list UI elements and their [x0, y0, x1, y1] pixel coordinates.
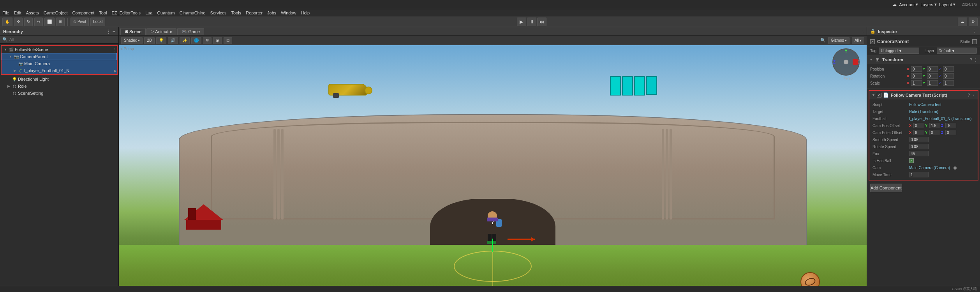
play-button[interactable]: ▶ [517, 18, 526, 26]
all-button[interactable]: All ▾ [852, 37, 864, 44]
cloud-button[interactable]: ☁ [958, 18, 967, 26]
inspector-options[interactable]: ⋮ [973, 29, 977, 34]
scene-options-icon[interactable]: ⋮ [861, 29, 865, 34]
tab-scene[interactable]: ⊞ Scene [120, 28, 146, 35]
menu-services[interactable]: Services [210, 11, 226, 15]
menu-cinamachine[interactable]: CinamaChine [180, 11, 206, 15]
rot-y-value[interactable]: 0 [927, 73, 938, 79]
scene-fx-btn[interactable]: ✨ [180, 37, 190, 44]
scene-light-btn[interactable]: 💡 [156, 37, 166, 44]
cam-eul-x-value[interactable]: 6 [913, 130, 924, 135]
step-button[interactable]: ⏭ [537, 18, 546, 26]
cam-target-icon[interactable]: ◉ [953, 165, 957, 170]
scene-view[interactable]: 7 [119, 45, 867, 292]
menu-edit[interactable]: Edit [14, 11, 21, 15]
transform-info-btn[interactable]: ? [970, 58, 972, 62]
transform-tool[interactable]: ⊞ [56, 18, 65, 26]
menu-lua[interactable]: Lua [145, 11, 152, 15]
target-value[interactable]: Role (Transform) [909, 110, 938, 114]
inspector-lock-icon[interactable]: 🔒 [870, 29, 876, 34]
rotate-tool[interactable]: ↻ [24, 18, 33, 26]
movetime-value[interactable]: 1 [909, 172, 929, 177]
followrolescene-options[interactable]: ⋮ [113, 48, 117, 52]
menu-jobs[interactable]: Jobs [267, 11, 276, 15]
move-tool[interactable]: ✛ [14, 18, 23, 26]
pivot-button[interactable]: ⊙ Pivot [71, 18, 89, 26]
settings-button[interactable]: ⚙ [969, 18, 978, 26]
cam-value[interactable]: Main Camera (Camera) [909, 166, 950, 170]
tab-game[interactable]: 🎮 Game [177, 28, 204, 35]
script-enabled-checkbox[interactable]: ✓ [877, 93, 881, 97]
script-prop-value[interactable]: FollowCameraTest [909, 103, 941, 107]
scene-skybox-btn[interactable]: 🌐 [191, 37, 201, 44]
scale-x-value[interactable]: 1 [911, 80, 922, 86]
menu-help[interactable]: Help [301, 11, 310, 15]
scale-tool[interactable]: ⇔ [34, 18, 43, 26]
football-expand[interactable]: ▶ [114, 69, 117, 73]
local-button[interactable]: Local [90, 18, 105, 26]
layers-button[interactable]: Layers ▾ [920, 2, 937, 7]
pos-z-value[interactable]: 0 [943, 66, 954, 72]
tree-item-maincamera[interactable]: 📷 Main Camera [2, 60, 117, 67]
menu-component[interactable]: Component [72, 11, 94, 15]
hierarchy-search-input[interactable] [9, 37, 116, 42]
tab-animator[interactable]: ▷ Animator [146, 28, 176, 35]
tag-dropdown[interactable]: Untagged ▾ [879, 48, 919, 54]
script-menu-btn[interactable]: ⋮ [971, 93, 975, 97]
gizmos-button[interactable]: Gizmos ▾ [828, 37, 850, 44]
rotate-speed-value[interactable]: 0.08 [909, 144, 929, 149]
scale-y-value[interactable]: 1 [927, 80, 938, 86]
scale-z-value[interactable]: 1 [943, 80, 954, 86]
scene-fog-btn[interactable]: ≋ [203, 37, 212, 44]
script-info-btn[interactable]: ? [968, 93, 970, 97]
cam-eul-y-value[interactable]: 0 [929, 130, 940, 135]
scene-anim-btn[interactable]: ⊡ [224, 37, 232, 44]
menu-reporter[interactable]: Reporter [246, 11, 263, 15]
hierarchy-options[interactable]: ⋮ [106, 29, 111, 34]
menu-assets[interactable]: Assets [26, 11, 39, 15]
football-prop-value[interactable]: l_player_Football_01_N (Transform) [909, 117, 971, 121]
tree-item-football[interactable]: ▶ ⬡ l_player_Football_01_N ▶ [2, 67, 117, 74]
ishasball-checkbox[interactable]: ✓ [909, 158, 914, 163]
menu-gameobject[interactable]: GameObject [44, 11, 68, 15]
cloud-icon[interactable]: ☁ [892, 2, 897, 7]
rot-z-value[interactable]: 0 [943, 73, 954, 79]
menu-window[interactable]: Window [281, 11, 296, 15]
fox-value[interactable]: 45 [909, 151, 929, 156]
2d-button[interactable]: 2D [144, 37, 155, 44]
hierarchy-add[interactable]: + [113, 29, 115, 34]
transform-menu-btn[interactable]: ⋮ [974, 58, 978, 62]
account-button[interactable]: Account ▾ [899, 2, 918, 7]
pos-y-value[interactable]: 0 [927, 66, 938, 72]
menu-quantum[interactable]: Quantum [157, 11, 174, 15]
tree-item-followrolescene[interactable]: ▼ 🎬 FollowRoleScene ⋮ [2, 46, 117, 53]
menu-file[interactable]: File [2, 11, 9, 15]
script-header[interactable]: ▼ ✓ 📄 Follow Camera Test (Script) ? ⋮ [869, 91, 978, 99]
cam-pos-x-value[interactable]: 0 [913, 123, 924, 128]
layout-button[interactable]: Layout ▾ [939, 2, 955, 7]
tree-item-scenesetting[interactable]: ⬡ SceneSetting [0, 90, 118, 97]
menu-tools[interactable]: Tools [231, 11, 241, 15]
cam-pos-z-value[interactable]: -5 [945, 123, 956, 128]
rect-tool[interactable]: ⬜ [44, 18, 55, 26]
add-component-button[interactable]: Add Component [870, 184, 902, 192]
layer-dropdown[interactable]: Default ▾ [937, 48, 977, 54]
cam-pos-y-value[interactable]: 1.5 [929, 123, 940, 128]
scene-audio-btn[interactable]: 🔊 [168, 37, 178, 44]
tree-item-cameraparent[interactable]: ▼ 📷 CameraParent [2, 53, 117, 60]
pos-x-value[interactable]: 0 [911, 66, 922, 72]
pause-button[interactable]: ⏸ [527, 18, 536, 26]
rot-x-value[interactable]: 0 [911, 73, 922, 79]
smooth-speed-value[interactable]: 0.05 [909, 137, 929, 142]
menu-tool[interactable]: Tool [99, 11, 107, 15]
scene-flare-btn[interactable]: ◉ [213, 37, 222, 44]
static-checkbox[interactable] [972, 39, 977, 44]
hand-tool[interactable]: ✋ [2, 18, 12, 26]
shading-button[interactable]: Shaded ▾ [121, 37, 143, 44]
menu-ezeditortools[interactable]: EZ_EditorTools [112, 11, 141, 15]
transform-header[interactable]: ▼ ⊞ Transform ? ⋮ [867, 55, 980, 64]
tree-item-directionallight[interactable]: 💡 Directional Light [0, 76, 118, 83]
cam-eul-z-value[interactable]: 0 [945, 130, 956, 135]
gizmo-widget[interactable]: X Y Z Persp [832, 48, 864, 80]
tree-item-role[interactable]: ▶ ⬡ Role [0, 83, 118, 90]
